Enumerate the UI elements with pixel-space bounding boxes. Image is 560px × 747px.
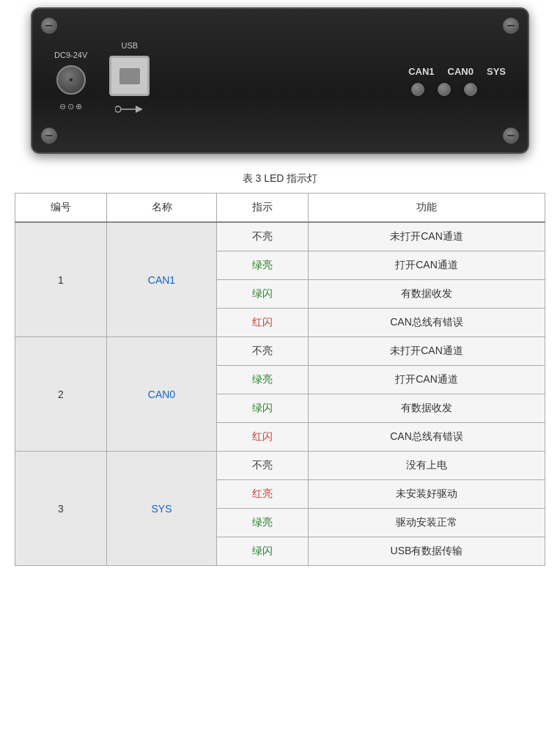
cell-function-1-2: 有数据收发 [309, 394, 545, 423]
cell-function-2-1: 未安装好驱动 [309, 480, 545, 509]
cell-indicator-1-1: 绿亮 [217, 366, 309, 394]
header-number: 编号 [15, 194, 107, 223]
svg-point-0 [115, 106, 121, 112]
led-dot-can0 [438, 83, 451, 96]
cell-indicator-2-1: 红亮 [217, 480, 309, 509]
table-caption: 表 3 LED 指示灯 [0, 161, 560, 193]
device-image-section: DC9-24V ⊖ ⊙ ⊕ USB [0, 0, 560, 161]
cell-function-2-2: 驱动安装正常 [309, 509, 545, 537]
table-header-row: 编号 名称 指示 功能 [15, 194, 545, 223]
device-panel: DC9-24V ⊖ ⊙ ⊕ USB [31, 7, 529, 154]
cell-indicator-0-0: 不亮 [217, 222, 309, 251]
cell-indicator-2-2: 绿亮 [217, 509, 309, 537]
usb-section: USB [109, 41, 150, 120]
dc-power-section: DC9-24V ⊖ ⊙ ⊕ [54, 51, 87, 111]
usb-symbol [115, 102, 144, 120]
cell-function-0-3: CAN总线有错误 [309, 309, 545, 337]
usb-port-inner [119, 68, 140, 84]
dc-label: DC9-24V [54, 51, 87, 59]
dc-connector [56, 65, 86, 95]
cell-function-0-2: 有数据收发 [309, 280, 545, 309]
header-name: 名称 [106, 194, 217, 223]
led-label-can1: CAN1 [408, 66, 434, 77]
header-function: 功能 [309, 194, 545, 223]
led-section: CAN1 CAN0 SYS [408, 66, 506, 96]
cell-function-2-0: 没有上电 [309, 452, 545, 480]
cell-indicator-0-2: 绿闪 [217, 280, 309, 309]
cell-indicator-1-2: 绿闪 [217, 394, 309, 423]
dc-connector-inner [68, 77, 74, 83]
cell-indicator-2-3: 绿闪 [217, 537, 309, 566]
cell-number-1: 2 [15, 337, 107, 452]
led-labels: CAN1 CAN0 SYS [408, 66, 506, 77]
dc-pins: ⊖ ⊙ ⊕ [59, 102, 82, 111]
usb-port [109, 56, 150, 96]
cell-function-1-0: 未打开CAN通道 [309, 337, 545, 366]
cell-name-1: CAN0 [106, 337, 217, 452]
screw-bottom-left [41, 128, 57, 144]
screw-top-right [503, 18, 519, 34]
cell-function-0-1: 打开CAN通道 [309, 251, 545, 280]
table-row: 1CAN1不亮未打开CAN通道 [15, 222, 545, 251]
cell-function-1-1: 打开CAN通道 [309, 366, 545, 394]
cell-function-2-3: USB有数据传输 [309, 537, 545, 566]
cell-indicator-0-3: 红闪 [217, 309, 309, 337]
cell-name-2: SYS [106, 452, 217, 566]
screw-bottom-right [503, 128, 519, 144]
led-label-can0: CAN0 [448, 66, 474, 77]
dc-pin-neg: ⊖ [59, 102, 66, 111]
cell-indicator-0-1: 绿亮 [217, 251, 309, 280]
usb-label: USB [121, 41, 138, 50]
led-dots [411, 83, 477, 96]
led-table: 编号 名称 指示 功能 1CAN1不亮未打开CAN通道绿亮打开CAN通道绿闪有数… [15, 193, 545, 566]
svg-marker-2 [136, 106, 143, 113]
table-row: 3SYS不亮没有上电 [15, 452, 545, 480]
cell-name-0: CAN1 [106, 222, 217, 337]
led-dot-can1 [411, 83, 424, 96]
dc-pin-sym: ⊙ [67, 102, 74, 111]
cell-function-1-3: CAN总线有错误 [309, 423, 545, 452]
led-label-sys: SYS [487, 66, 506, 77]
cell-indicator-1-3: 红闪 [217, 423, 309, 452]
dc-pin-pos: ⊕ [75, 102, 82, 111]
led-dot-sys [464, 83, 477, 96]
cell-number-0: 1 [15, 222, 107, 337]
cell-number-2: 3 [15, 452, 107, 566]
screw-top-left [41, 18, 57, 34]
table-row: 2CAN0不亮未打开CAN通道 [15, 337, 545, 366]
cell-indicator-2-0: 不亮 [217, 452, 309, 480]
cell-function-0-0: 未打开CAN通道 [309, 222, 545, 251]
header-indicator: 指示 [217, 194, 309, 223]
cell-indicator-1-0: 不亮 [217, 337, 309, 366]
